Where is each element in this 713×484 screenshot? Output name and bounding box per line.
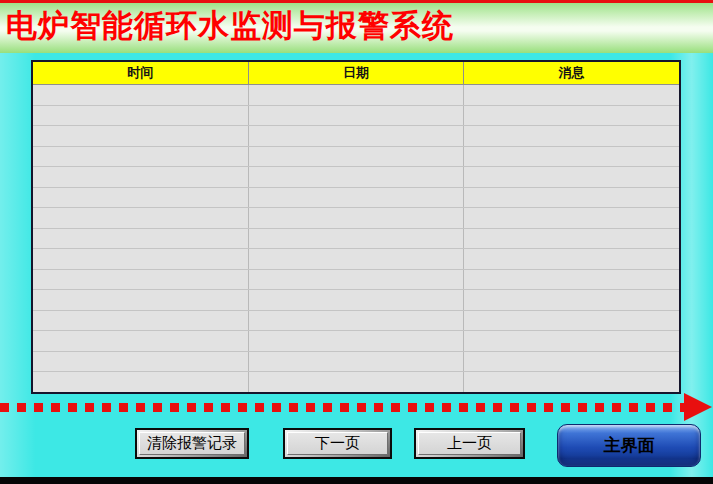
table-header-row: 时间日期消息: [33, 62, 679, 85]
next-page-button[interactable]: 下一页: [283, 428, 392, 459]
table-cell: [33, 208, 249, 228]
next-page-label: 下一页: [287, 432, 388, 455]
table-row: [33, 351, 679, 372]
table-header-cell: 日期: [249, 62, 465, 84]
table-cell: [249, 249, 465, 269]
table-row: [33, 125, 679, 146]
table-row: [33, 248, 679, 269]
table-row: [33, 228, 679, 249]
table-cell: [249, 208, 465, 228]
table-cell: [464, 352, 679, 372]
table-cell: [33, 249, 249, 269]
table-cell: [249, 352, 465, 372]
table-cell: [33, 106, 249, 126]
title-banner: 电炉智能循环水监测与报警系统: [0, 0, 713, 53]
table-cell: [33, 167, 249, 187]
table-cell: [33, 126, 249, 146]
table-row: [33, 105, 679, 126]
table-row: [33, 269, 679, 290]
clear-alarm-records-label: 清除报警记录: [139, 432, 245, 455]
dashed-line: [0, 403, 684, 412]
table-row: [33, 289, 679, 310]
table-cell: [249, 85, 465, 105]
table-cell: [464, 85, 679, 105]
table-cell: [33, 311, 249, 331]
table-cell: [249, 167, 465, 187]
previous-page-label: 上一页: [418, 432, 521, 455]
table-cell: [464, 208, 679, 228]
table-cell: [464, 167, 679, 187]
table-cell: [464, 188, 679, 208]
table-cell: [249, 126, 465, 146]
table-cell: [249, 106, 465, 126]
table-header-cell: 时间: [33, 62, 249, 84]
alarm-table: 时间日期消息: [31, 60, 681, 394]
table-cell: [464, 372, 679, 392]
main-screen-button[interactable]: 主界面: [557, 424, 701, 467]
table-cell: [33, 352, 249, 372]
table-row: [33, 207, 679, 228]
table-cell: [33, 331, 249, 351]
table-cell: [33, 147, 249, 167]
table-body: [33, 85, 679, 392]
clear-alarm-records-button[interactable]: 清除报警记录: [135, 428, 249, 459]
table-cell: [33, 270, 249, 290]
table-cell: [464, 147, 679, 167]
table-cell: [249, 372, 465, 392]
table-row: [33, 166, 679, 187]
page-title: 电炉智能循环水监测与报警系统: [6, 5, 454, 47]
alarm-screen: 电炉智能循环水监测与报警系统 时间日期消息 清除报警记录 下一页 上一页 主界面: [0, 0, 713, 484]
table-cell: [464, 311, 679, 331]
arrow-right-icon: [684, 393, 712, 421]
table-cell: [464, 106, 679, 126]
table-cell: [464, 229, 679, 249]
table-header-cell: 消息: [464, 62, 679, 84]
table-row: [33, 371, 679, 392]
table-cell: [249, 290, 465, 310]
table-row: [33, 330, 679, 351]
table-row: [33, 146, 679, 167]
table-row: [33, 85, 679, 105]
table-cell: [464, 249, 679, 269]
previous-page-button[interactable]: 上一页: [414, 428, 525, 459]
table-cell: [464, 270, 679, 290]
table-cell: [464, 290, 679, 310]
bottom-bar: [0, 477, 713, 484]
table-row: [33, 310, 679, 331]
table-cell: [33, 229, 249, 249]
table-cell: [249, 147, 465, 167]
table-row: [33, 187, 679, 208]
table-cell: [249, 331, 465, 351]
table-cell: [464, 126, 679, 146]
table-cell: [249, 311, 465, 331]
table-cell: [249, 270, 465, 290]
table-cell: [249, 229, 465, 249]
table-cell: [33, 85, 249, 105]
table-cell: [33, 290, 249, 310]
table-cell: [33, 188, 249, 208]
table-cell: [464, 331, 679, 351]
table-cell: [249, 188, 465, 208]
table-cell: [33, 372, 249, 392]
